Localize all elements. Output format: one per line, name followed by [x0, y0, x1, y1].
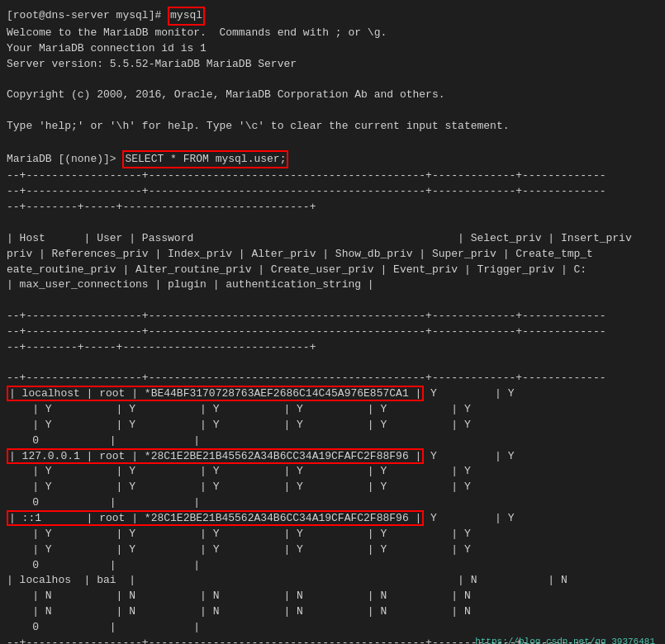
help-line: Type 'help;' or '\h' for help. Type '\c'…: [7, 119, 658, 135]
row3-line: | ::1 | root | *28C1E2BE21B45562A34B6CC3…: [7, 511, 658, 527]
row3-zero: 0 | |: [7, 558, 658, 574]
table-sep-4: --+------------------+------------------…: [7, 309, 658, 324]
blank-line-1: [7, 72, 658, 88]
blank-line-4: [7, 215, 658, 231]
row4-n-2: | N | N | N | N | N | N: [7, 604, 658, 620]
row2-highlight: | 127.0.0.1 | root | *28C1E2BE21B45562A3…: [7, 448, 424, 464]
table-header-3: eate_routine_priv | Alter_routine_priv |…: [7, 263, 658, 278]
table-sep-3: --+--------+-----+----------------------…: [7, 200, 658, 215]
table-sep-1: --+------------------+------------------…: [7, 168, 658, 184]
table-header-2: priv | References_priv | Index_priv | Al…: [7, 247, 658, 263]
row4-line: | localhos | bai | | N | N: [7, 573, 658, 589]
row3-y-2: | Y | Y | Y | Y | Y | Y: [7, 542, 658, 558]
blank-line-3: [7, 135, 658, 150]
copyright-line: Copyright (c) 2000, 2016, Oracle, MariaD…: [7, 88, 658, 103]
welcome-line1: Welcome to the MariaDB monitor. Commands…: [7, 26, 658, 41]
table-sep-6: --+--------+-----+----------------------…: [7, 340, 658, 356]
select-command-highlight: SELECT * FROM mysql.user;: [122, 150, 288, 169]
row3-y-1: | Y | Y | Y | Y | Y | Y: [7, 527, 658, 542]
row2-line: | 127.0.0.1 | root | *28C1E2BE21B45562A3…: [7, 449, 658, 465]
table-sep-5: --+------------------+------------------…: [7, 324, 658, 340]
blank-line-5: [7, 293, 658, 309]
table-header-4: | max_user_connections | plugin | authen…: [7, 277, 658, 293]
connection-id-line: Your MariaDB connection id is 1: [7, 41, 658, 57]
mysql-command-highlight: mysql: [168, 7, 205, 26]
shell-prompt: [root@dns-server mysql]#: [7, 8, 168, 24]
terminal-window: [root@dns-server mysql]# mysql Welcome t…: [7, 7, 658, 644]
row1-y-2: | Y | Y | Y | Y | Y | Y: [7, 418, 658, 433]
table-sep-7: --+------------------+------------------…: [7, 371, 658, 386]
table-header-1: | Host | User | Password | Select_priv |…: [7, 231, 658, 247]
mariadb-prompt-line: MariaDB [(none)]> SELECT * FROM mysql.us…: [7, 150, 658, 169]
row4-n-1: | N | N | N | N | N | N: [7, 589, 658, 604]
row1-line: | localhost | root | *BE44BF3170728763AE…: [7, 386, 658, 402]
mariadb-prompt: MariaDB [(none)]>: [7, 152, 122, 168]
row1-highlight: | localhost | root | *BE44BF3170728763AE…: [7, 386, 424, 401]
prompt-line: [root@dns-server mysql]# mysql: [7, 7, 658, 26]
row1-y-1: | Y | Y | Y | Y | Y | Y: [7, 402, 658, 418]
blank-line-6: [7, 356, 658, 372]
row4-zero: 0 | |: [7, 620, 658, 636]
row2-zero: 0 | |: [7, 495, 658, 511]
row1-zero: 0 | |: [7, 433, 658, 449]
table-sep-2: --+------------------+------------------…: [7, 184, 658, 200]
blank-line-2: [7, 103, 658, 119]
row3-highlight: | ::1 | root | *28C1E2BE21B45562A34B6CC3…: [7, 510, 424, 526]
row2-y-1: | Y | Y | Y | Y | Y | Y: [7, 464, 658, 480]
server-version-line: Server version: 5.5.52-MariaDB MariaDB S…: [7, 57, 658, 73]
csdn-link[interactable]: https://blog.csdn.net/qq_39376481: [475, 636, 655, 644]
row2-y-2: | Y | Y | Y | Y | Y | Y: [7, 480, 658, 495]
